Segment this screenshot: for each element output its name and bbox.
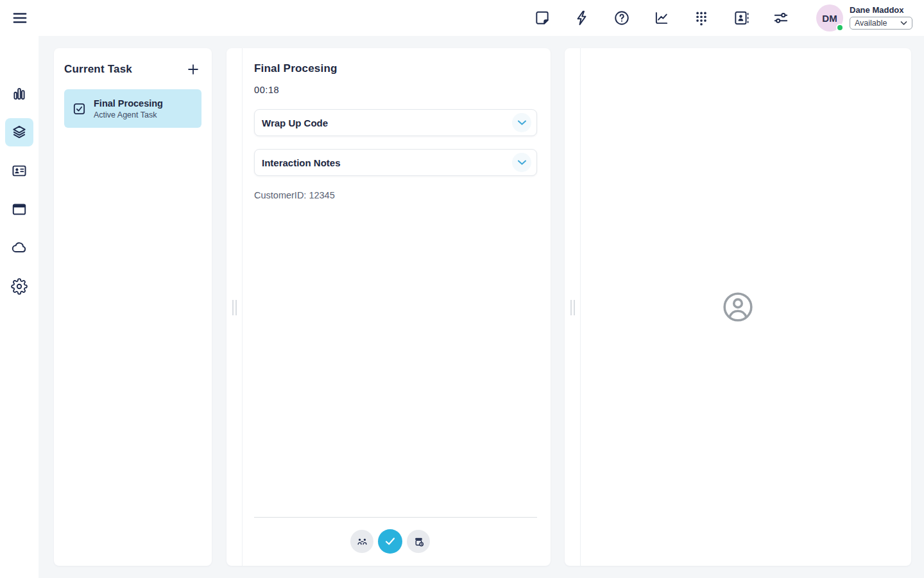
gear-icon[interactable] <box>5 272 33 301</box>
person-circle-icon <box>722 291 754 323</box>
status-dropdown[interactable]: Available <box>850 17 912 30</box>
presence-dot <box>836 24 844 31</box>
help-icon[interactable] <box>613 10 630 26</box>
work-panel-gutter <box>227 48 243 566</box>
current-task-title: Current Task <box>64 63 132 76</box>
layers-icon[interactable] <box>5 118 33 146</box>
transfer-icon[interactable] <box>350 530 373 553</box>
customer-id-text: CustomerID: 12345 <box>254 190 335 200</box>
park-box-icon[interactable] <box>407 530 430 553</box>
work-panel-title: Final Procesing <box>254 62 338 75</box>
topbar-icons <box>534 0 789 36</box>
status-value: Available <box>855 19 887 28</box>
task-list-item[interactable]: Final Procesing Active Agent Task <box>64 89 201 128</box>
add-task-icon[interactable] <box>186 62 200 76</box>
window-icon[interactable] <box>5 195 33 223</box>
avatar-initials: DM <box>822 13 837 24</box>
task-card-subtitle: Active Agent Task <box>94 110 163 119</box>
wrap-up-code-accordion[interactable]: Wrap Up Code <box>254 109 537 136</box>
bar-chart-icon[interactable] <box>5 80 33 108</box>
interaction-notes-accordion[interactable]: Interaction Notes <box>254 149 537 176</box>
user-area: DM Dane Maddox Available <box>816 3 912 31</box>
chevron-down-icon <box>512 153 531 172</box>
avatar[interactable]: DM <box>816 4 843 31</box>
contact-card-icon[interactable] <box>5 157 33 185</box>
chevron-down-icon <box>512 113 531 132</box>
user-name: Dane Maddox <box>850 5 912 15</box>
action-row <box>243 529 537 554</box>
task-card-title: Final Procesing <box>94 98 163 109</box>
actions-divider <box>254 517 537 518</box>
task-timer: 00:18 <box>254 85 279 95</box>
chevron-down-icon <box>900 21 907 26</box>
wrap-up-code-label: Wrap Up Code <box>262 118 328 128</box>
task-checkbox-icon <box>72 101 87 116</box>
topbar: DM Dane Maddox Available <box>0 0 924 36</box>
sliders-icon[interactable] <box>773 10 789 26</box>
resize-handle[interactable] <box>570 300 575 315</box>
lightning-icon[interactable] <box>574 10 590 26</box>
contacts-icon[interactable] <box>733 10 749 26</box>
detail-panel-gutter <box>565 48 581 566</box>
note-icon[interactable] <box>534 10 551 26</box>
performance-icon[interactable] <box>653 10 670 26</box>
dialpad-icon[interactable] <box>693 10 710 26</box>
interaction-notes-label: Interaction Notes <box>262 157 341 168</box>
complete-check-icon[interactable] <box>378 529 402 554</box>
work-panel: Final Procesing 00:18 Wrap Up Code Inter… <box>227 48 551 566</box>
nav-rail <box>0 36 38 578</box>
cloud-icon[interactable] <box>5 234 33 262</box>
customer-detail-panel <box>565 48 911 566</box>
current-task-panel: Current Task Final Procesing Active Agen… <box>54 48 212 566</box>
resize-handle[interactable] <box>232 300 237 315</box>
hamburger-menu-icon[interactable] <box>12 10 28 26</box>
